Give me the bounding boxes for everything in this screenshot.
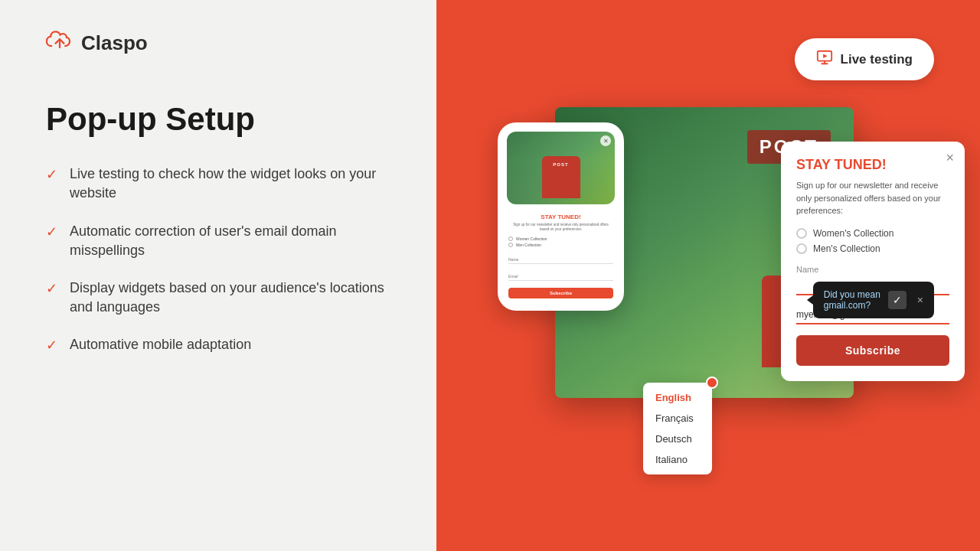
right-panel: Live testing POST ✕ STAY TUNED! Sign up … (436, 0, 980, 551)
language-option-english[interactable]: English (643, 387, 712, 408)
list-item: ✓ Live testing to check how the widget l… (46, 165, 390, 203)
popup-title: STAY TUNED! (796, 157, 949, 173)
check-icon: ✓ (46, 223, 57, 240)
phone-popup-description: Sign up for our newsletter and receive o… (508, 223, 613, 233)
phone-radio-circle (508, 243, 513, 247)
phone-mockup: ✕ STAY TUNED! Sign up for our newsletter… (498, 122, 624, 311)
phone-radio-item: Men Collection (508, 243, 613, 247)
popup-description: Sign up for our newsletter and receive o… (796, 179, 949, 217)
phone-close-icon: ✕ (600, 135, 611, 146)
check-icon: ✓ (46, 280, 57, 297)
left-panel: Claspo Pop-up Setup ✓ Live testing to ch… (0, 0, 436, 551)
phone-image-area: ✕ (507, 132, 615, 204)
list-item: ✓ Automatic correction of user's email d… (46, 222, 390, 260)
popup-name-label: Name (796, 265, 949, 274)
phone-content: STAY TUNED! Sign up for our newsletter a… (507, 210, 615, 302)
tooltip-confirm-button[interactable]: ✓ (888, 291, 906, 309)
phone-radio-group: Women Collection Men Collection (508, 236, 613, 247)
live-testing-label: Live testing (841, 52, 913, 67)
popup-subscribe-button[interactable]: Subscribe (796, 335, 949, 366)
phone-radio-item: Women Collection (508, 236, 613, 241)
tooltip-close-button[interactable]: × (917, 294, 923, 306)
check-icon: ✓ (46, 337, 57, 354)
popup-radio-item: Women's Collection (796, 228, 949, 239)
popup-radio-label-women: Women's Collection (813, 228, 893, 239)
phone-radio-circle (508, 236, 513, 241)
feature-text: Live testing to check how the widget loo… (70, 165, 390, 203)
logo-icon (46, 31, 74, 56)
phone-radio-label: Women Collection (516, 236, 547, 241)
list-item: ✓ Automative mobile adaptation (46, 335, 390, 354)
feature-text: Automative mobile adaptation (70, 335, 251, 354)
tooltip-text: Did you mean gmail.com? (824, 289, 880, 311)
phone-mailbox (542, 156, 580, 198)
feature-text: Automatic correction of user's email dom… (70, 222, 390, 260)
phone-popup-title: STAY TUNED! (508, 214, 613, 220)
list-item: ✓ Display widgets based on your audience… (46, 279, 390, 317)
svg-marker-1 (823, 54, 828, 58)
logo-text: Claspo (81, 31, 148, 55)
phone-radio-label: Men Collection (516, 243, 541, 247)
phone-email-input[interactable] (508, 272, 613, 281)
popup-close-button[interactable]: × (946, 151, 954, 165)
language-dot (706, 377, 718, 389)
tooltip-suggestion: gmail.com (824, 300, 866, 311)
phone-subscribe-button[interactable]: Subscribe (508, 288, 613, 298)
monitor-play-icon (816, 49, 833, 70)
page-title: Pop-up Setup (46, 102, 390, 137)
email-suggestion-tooltip: Did you mean gmail.com? ✓ × (813, 282, 934, 318)
language-dropdown: English Français Deutsch Italiano (643, 383, 712, 474)
popup-radio-circle-women[interactable] (796, 228, 807, 239)
live-testing-button[interactable]: Live testing (795, 38, 934, 80)
language-option-french[interactable]: Français (643, 408, 712, 429)
logo: Claspo (46, 31, 390, 56)
language-option-german[interactable]: Deutsch (643, 429, 712, 449)
feature-list: ✓ Live testing to check how the widget l… (46, 165, 390, 354)
popup-radio-label-men: Men's Collection (813, 243, 880, 254)
language-option-italian[interactable]: Italiano (643, 449, 712, 470)
popup-radio-item: Men's Collection (796, 243, 949, 254)
popup-radio-group: Women's Collection Men's Collection (796, 228, 949, 254)
popup-card: × STAY TUNED! Sign up for our newsletter… (781, 142, 965, 381)
feature-text: Display widgets based on your audience's… (70, 279, 390, 317)
popup-radio-circle-men[interactable] (796, 243, 807, 254)
check-icon: ✓ (46, 166, 57, 183)
phone-name-input[interactable] (508, 256, 613, 264)
